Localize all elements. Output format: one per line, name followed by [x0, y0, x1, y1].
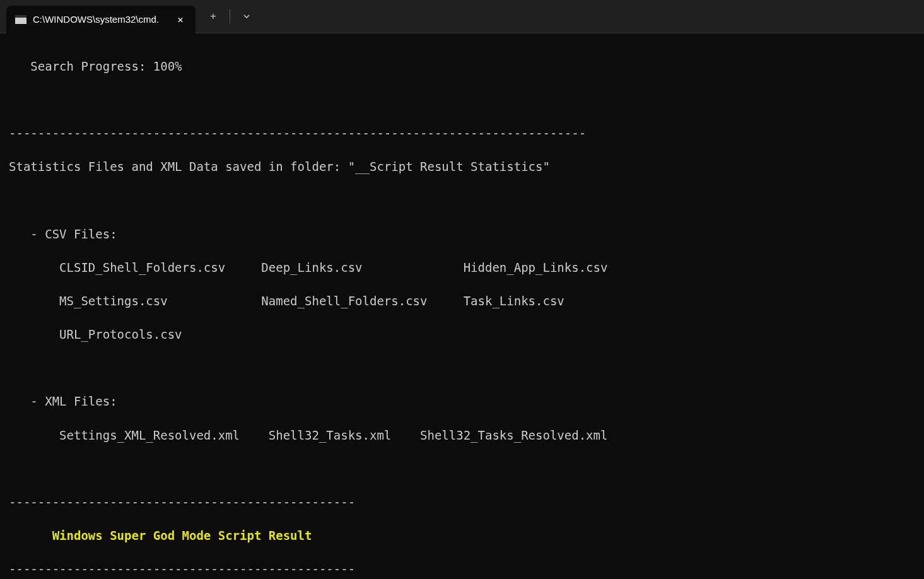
csv-files-line: URL_Protocols.csv: [9, 326, 915, 343]
stats-saved-line: Statistics Files and XML Data saved in f…: [9, 158, 915, 175]
window-title-bar: C:\WINDOWS\system32\cmd. ✕ +: [0, 0, 924, 33]
tab-divider: [230, 9, 230, 23]
tab-controls: +: [201, 4, 259, 29]
blank-line: [9, 360, 915, 377]
result-title: Windows Super God Mode Script Result: [9, 527, 915, 544]
xml-header: - XML Files:: [9, 393, 915, 410]
progress-line: Search Progress: 100%: [9, 58, 915, 75]
divider-line: ----------------------------------------…: [9, 125, 915, 142]
blank-line: [9, 91, 915, 108]
tab-dropdown-button[interactable]: [234, 4, 259, 29]
terminal-tab[interactable]: C:\WINDOWS\system32\cmd. ✕: [6, 6, 196, 33]
xml-files-line: Settings_XML_Resolved.xml Shell32_Tasks.…: [9, 427, 915, 444]
csv-files-line: MS_Settings.csv Named_Shell_Folders.csv …: [9, 293, 915, 310]
terminal-output[interactable]: Search Progress: 100% ------------------…: [0, 33, 924, 579]
csv-header: - CSV Files:: [9, 226, 915, 243]
tab-title: C:\WINDOWS\system32\cmd.: [33, 14, 167, 25]
divider-line: ----------------------------------------…: [9, 561, 915, 578]
chevron-down-icon: [243, 13, 250, 20]
new-tab-button[interactable]: +: [201, 4, 226, 29]
divider-line: ----------------------------------------…: [9, 494, 915, 511]
cmd-icon: [15, 15, 26, 24]
blank-line: [9, 192, 915, 209]
csv-files-line: CLSID_Shell_Folders.csv Deep_Links.csv H…: [9, 259, 915, 276]
blank-line: [9, 460, 915, 477]
close-tab-button[interactable]: ✕: [173, 12, 188, 27]
